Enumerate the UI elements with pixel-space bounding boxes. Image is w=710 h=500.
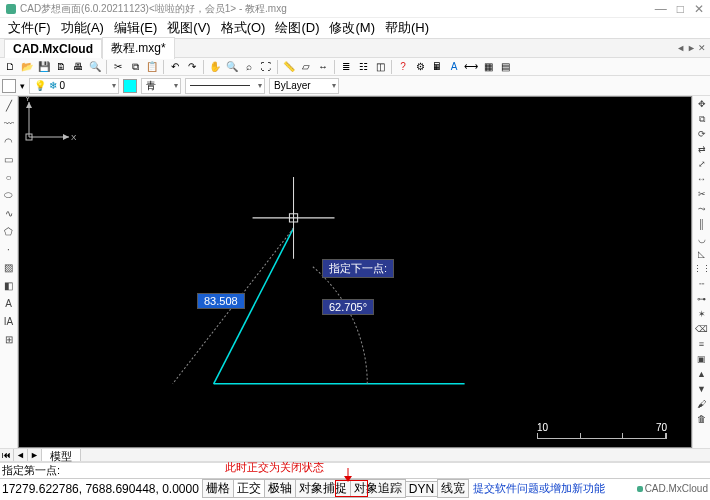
hatch-tool-icon[interactable]: ▨ xyxy=(2,260,16,274)
pan-icon[interactable]: ✋ xyxy=(207,59,223,75)
region-tool-icon[interactable]: ◧ xyxy=(2,278,16,292)
layout-prev-icon[interactable]: ◄ xyxy=(14,449,28,461)
spline-tool-icon[interactable]: ∿ xyxy=(2,206,16,220)
arc-tool-icon[interactable]: ◠ xyxy=(2,134,16,148)
text-icon[interactable]: A xyxy=(446,59,462,75)
lineweight-select[interactable]: ByLayer xyxy=(269,78,339,94)
calc-icon[interactable]: 🖩 xyxy=(429,59,445,75)
insert-tool-icon[interactable]: ⊞ xyxy=(2,332,16,346)
block-icon[interactable]: ◫ xyxy=(372,59,388,75)
new-icon[interactable]: 🗋 xyxy=(2,59,18,75)
line-tool-icon[interactable]: ╱ xyxy=(2,98,16,112)
preview-icon[interactable]: 🔍 xyxy=(87,59,103,75)
tab-prev-icon[interactable]: ◄ xyxy=(676,43,685,53)
snap-toggle[interactable]: 栅格 xyxy=(202,479,234,498)
copy-tool-icon[interactable]: ⧉ xyxy=(695,113,709,125)
zoom-icon[interactable]: 🔍 xyxy=(224,59,240,75)
close-button[interactable]: ✕ xyxy=(694,2,704,16)
ortho-toggle[interactable]: 正交 xyxy=(233,479,265,498)
dist-icon[interactable]: ↔ xyxy=(315,59,331,75)
menu-format[interactable]: 格式(O) xyxy=(217,17,270,39)
polar-toggle[interactable]: 极轴 xyxy=(264,479,296,498)
layer-icon[interactable]: ≣ xyxy=(338,59,354,75)
maximize-button[interactable]: □ xyxy=(677,2,684,16)
erase-tool-icon[interactable]: ⌫ xyxy=(695,323,709,335)
menu-func[interactable]: 功能(A) xyxy=(57,17,108,39)
color-select[interactable]: 青 xyxy=(141,78,181,94)
tab-next-icon[interactable]: ► xyxy=(687,43,696,53)
dtext-tool-icon[interactable]: IA xyxy=(2,314,16,328)
dynamic-length-input[interactable]: 83.508 xyxy=(197,293,245,309)
extend-tool-icon[interactable]: ⤳ xyxy=(695,203,709,215)
mirror-tool-icon[interactable]: ⇄ xyxy=(695,143,709,155)
mtext-tool-icon[interactable]: A xyxy=(2,296,16,310)
offset-tool-icon[interactable]: ║ xyxy=(695,218,709,230)
help-icon[interactable]: ? xyxy=(395,59,411,75)
matchprop-icon[interactable]: 🖌 xyxy=(695,398,709,410)
layer-select[interactable]: 💡 ❄ 0 xyxy=(29,78,119,94)
layer-dropdown-icon[interactable]: ▾ xyxy=(20,81,25,91)
array-tool-icon[interactable]: ⋮⋮ xyxy=(695,263,709,275)
layout-next-icon[interactable]: ► xyxy=(28,449,42,461)
point-tool-icon[interactable]: · xyxy=(2,242,16,256)
save-icon[interactable]: 💾 xyxy=(36,59,52,75)
sendback-icon[interactable]: ▼ xyxy=(695,383,709,395)
horizontal-scrollbar[interactable] xyxy=(81,449,710,461)
undo-icon[interactable]: ↶ xyxy=(167,59,183,75)
scale-tool-icon[interactable]: ⤢ xyxy=(695,158,709,170)
ellipse-tool-icon[interactable]: ⬭ xyxy=(2,188,16,202)
purge-icon[interactable]: 🗑 xyxy=(695,413,709,425)
drawing-canvas[interactable]: 83.508 62.705° 指定下一点: Y X 1070 xyxy=(18,96,692,448)
area-icon[interactable]: ▱ xyxy=(298,59,314,75)
settings-icon[interactable]: ⚙ xyxy=(412,59,428,75)
menu-file[interactable]: 文件(F) xyxy=(4,17,55,39)
tab-active-document[interactable]: 教程.mxg* xyxy=(102,37,175,59)
tab-cloud[interactable]: CAD.MxCloud xyxy=(4,39,102,58)
linetype-select[interactable] xyxy=(185,78,265,94)
menu-edit[interactable]: 编辑(E) xyxy=(110,17,161,39)
menu-view[interactable]: 视图(V) xyxy=(163,17,214,39)
props-icon[interactable]: ☷ xyxy=(355,59,371,75)
menu-help[interactable]: 帮助(H) xyxy=(381,17,433,39)
color-swatch[interactable] xyxy=(123,79,137,93)
lwt-toggle[interactable]: 线宽 xyxy=(437,479,469,498)
saveas-icon[interactable]: 🗎 xyxy=(53,59,69,75)
open-icon[interactable]: 📂 xyxy=(19,59,35,75)
measure-icon[interactable]: 📏 xyxy=(281,59,297,75)
move-tool-icon[interactable]: ✥ xyxy=(695,98,709,110)
align-tool-icon[interactable]: ≡ xyxy=(695,338,709,350)
print-icon[interactable]: 🖶 xyxy=(70,59,86,75)
table-icon[interactable]: ▤ xyxy=(497,59,513,75)
rotate-tool-icon[interactable]: ⟳ xyxy=(695,128,709,140)
layer-color-swatch[interactable] xyxy=(2,79,16,93)
feedback-link[interactable]: 提交软件问题或增加新功能 xyxy=(473,481,605,496)
minimize-button[interactable]: — xyxy=(655,2,667,16)
break-tool-icon[interactable]: ╌ xyxy=(695,278,709,290)
pline-tool-icon[interactable]: 〰 xyxy=(2,116,16,130)
stretch-tool-icon[interactable]: ↔ xyxy=(695,173,709,185)
dyn-toggle[interactable]: DYN xyxy=(405,481,438,497)
copy-icon[interactable]: ⧉ xyxy=(127,59,143,75)
zoom-window-icon[interactable]: ⌕ xyxy=(241,59,257,75)
model-tab[interactable]: 模型 xyxy=(42,449,81,461)
explode-tool-icon[interactable]: ✶ xyxy=(695,308,709,320)
trim-tool-icon[interactable]: ✂ xyxy=(695,188,709,200)
tab-close-icon[interactable]: ✕ xyxy=(698,43,706,53)
menu-modify[interactable]: 修改(M) xyxy=(325,17,379,39)
cut-icon[interactable]: ✂ xyxy=(110,59,126,75)
bringfront-icon[interactable]: ▲ xyxy=(695,368,709,380)
rect-tool-icon[interactable]: ▭ xyxy=(2,152,16,166)
join-tool-icon[interactable]: ⊶ xyxy=(695,293,709,305)
polygon-tool-icon[interactable]: ⬠ xyxy=(2,224,16,238)
dim-icon[interactable]: ⟷ xyxy=(463,59,479,75)
redo-icon[interactable]: ↷ xyxy=(184,59,200,75)
hatch-icon[interactable]: ▦ xyxy=(480,59,496,75)
menu-draw[interactable]: 绘图(D) xyxy=(271,17,323,39)
chamfer-tool-icon[interactable]: ◺ xyxy=(695,248,709,260)
zoom-extents-icon[interactable]: ⛶ xyxy=(258,59,274,75)
group-tool-icon[interactable]: ▣ xyxy=(695,353,709,365)
fillet-tool-icon[interactable]: ◡ xyxy=(695,233,709,245)
paste-icon[interactable]: 📋 xyxy=(144,59,160,75)
layout-first-icon[interactable]: ⏮ xyxy=(0,449,14,461)
circle-tool-icon[interactable]: ○ xyxy=(2,170,16,184)
